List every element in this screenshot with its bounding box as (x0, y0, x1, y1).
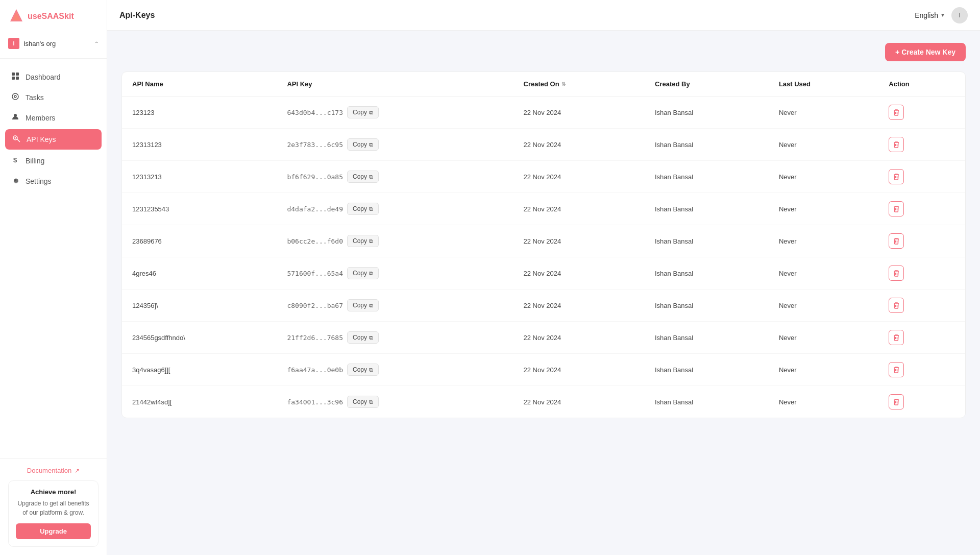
copy-button[interactable]: Copy ⧉ (347, 396, 379, 408)
upgrade-button[interactable]: Upgrade (16, 523, 91, 539)
dashboard-icon (10, 72, 20, 82)
copy-button[interactable]: Copy ⧉ (347, 267, 379, 279)
api-keys-table-container: API Name API Key Created On ⇅ Created By… (121, 71, 966, 418)
cell-created-on: 22 Nov 2024 (513, 161, 645, 193)
svg-rect-2 (12, 73, 15, 76)
delete-button[interactable] (889, 266, 904, 281)
user-avatar[interactable]: I (951, 7, 968, 23)
sidebar-item-api-keys[interactable]: API Keys (5, 129, 102, 150)
copy-label: Copy (353, 141, 367, 148)
table-row: 1231235543 d4dafa2...de49 Copy ⧉ 22 Nov … (122, 193, 965, 225)
settings-label: Settings (26, 177, 52, 185)
svg-point-10 (15, 137, 16, 139)
page-title: Api-Keys (119, 11, 155, 20)
delete-button[interactable] (889, 394, 904, 409)
trash-icon (893, 302, 900, 309)
cell-action (878, 354, 965, 386)
table-row: 21442wf4sd][ fa34001...3c96 Copy ⧉ 22 No… (122, 386, 965, 418)
copy-icon: ⧉ (369, 302, 373, 309)
cell-api-key: 21ff2d6...7685 Copy ⧉ (277, 322, 513, 354)
cell-action (878, 386, 965, 418)
cell-last-used: Never (769, 129, 878, 161)
col-header-api-name: API Name (122, 72, 277, 96)
api-keys-icon (11, 134, 21, 144)
copy-button[interactable]: Copy ⧉ (347, 235, 379, 247)
col-header-action: Action (878, 72, 965, 96)
cell-api-name: 234565gsdffhndo\ (122, 322, 277, 354)
sidebar-bottom: Documentation ↗ Achieve more! Upgrade to… (0, 458, 107, 555)
sidebar-item-tasks[interactable]: Tasks (0, 87, 107, 108)
copy-button[interactable]: Copy ⧉ (347, 364, 379, 376)
sidebar-item-billing[interactable]: $ Billing (0, 151, 107, 171)
external-link-icon: ↗ (75, 467, 80, 474)
cell-created-on: 22 Nov 2024 (513, 257, 645, 289)
delete-button[interactable] (889, 137, 904, 152)
app-layout: useSAASkit I Ishan's org ⌃ Dashboard (0, 0, 980, 555)
api-keys-label: API Keys (27, 135, 56, 143)
cell-created-by: Ishan Bansal (645, 193, 769, 225)
copy-button[interactable]: Copy ⧉ (347, 203, 379, 215)
sidebar-item-dashboard[interactable]: Dashboard (0, 67, 107, 87)
language-selector[interactable]: English ▼ (915, 11, 945, 19)
sidebar-item-settings[interactable]: Settings (0, 171, 107, 191)
delete-button[interactable] (889, 330, 904, 345)
cell-last-used: Never (769, 289, 878, 322)
upgrade-title: Achieve more! (16, 488, 91, 496)
cell-api-name: 12313213 (122, 161, 277, 193)
copy-icon: ⧉ (369, 334, 373, 341)
api-key-value: c8090f2...ba67 (287, 302, 343, 309)
table-row: 3q4vasag6]][ f6aa47a...0e0b Copy ⧉ 22 No… (122, 354, 965, 386)
delete-button[interactable] (889, 233, 904, 249)
cell-api-name: 1231235543 (122, 193, 277, 225)
create-new-key-button[interactable]: + Create New Key (885, 43, 966, 61)
cell-action (878, 161, 965, 193)
delete-button[interactable] (889, 105, 904, 120)
cell-action (878, 129, 965, 161)
api-key-value: 2e3f783...6c95 (287, 141, 343, 149)
cell-action (878, 322, 965, 354)
copy-label: Copy (353, 270, 367, 277)
delete-button[interactable] (889, 298, 904, 313)
col-header-created-on: Created On ⇅ (513, 72, 645, 96)
copy-icon: ⧉ (369, 109, 373, 116)
cell-action (878, 96, 965, 129)
org-selector[interactable]: I Ishan's org ⌃ (0, 29, 107, 59)
copy-button[interactable]: Copy ⧉ (347, 106, 379, 118)
cell-created-on: 22 Nov 2024 (513, 225, 645, 257)
copy-label: Copy (353, 173, 367, 180)
delete-button[interactable] (889, 362, 904, 377)
copy-label: Copy (353, 302, 367, 309)
api-keys-table: API Name API Key Created On ⇅ Created By… (122, 72, 965, 418)
topbar: Api-Keys English ▼ I (107, 0, 980, 31)
cell-action (878, 257, 965, 289)
tasks-icon (10, 92, 20, 103)
cell-created-by: Ishan Bansal (645, 225, 769, 257)
billing-icon: $ (10, 156, 20, 166)
cell-action (878, 225, 965, 257)
col-header-api-key: API Key (277, 72, 513, 96)
table-row: 23689676 b06cc2e...f6d0 Copy ⧉ 22 Nov 20… (122, 225, 965, 257)
copy-button[interactable]: Copy ⧉ (347, 171, 379, 183)
cell-last-used: Never (769, 161, 878, 193)
copy-icon: ⧉ (369, 206, 373, 212)
members-label: Members (26, 114, 55, 122)
documentation-link[interactable]: Documentation ↗ (8, 467, 99, 474)
copy-button[interactable]: Copy ⧉ (347, 138, 379, 151)
trash-icon (893, 173, 900, 180)
cell-last-used: Never (769, 257, 878, 289)
trash-icon (893, 366, 900, 373)
delete-button[interactable] (889, 201, 904, 216)
cell-api-key: 2e3f783...6c95 Copy ⧉ (277, 129, 513, 161)
sidebar-item-members[interactable]: Members (0, 108, 107, 128)
sort-icon: ⇅ (561, 81, 566, 87)
cell-action (878, 193, 965, 225)
api-key-value: b06cc2e...f6d0 (287, 237, 343, 245)
logo-text: useSAASkit (28, 12, 74, 21)
copy-button[interactable]: Copy ⧉ (347, 299, 379, 311)
svg-rect-3 (16, 73, 19, 76)
trash-icon (893, 334, 900, 341)
copy-button[interactable]: Copy ⧉ (347, 331, 379, 344)
cell-api-key: 571600f...65a4 Copy ⧉ (277, 257, 513, 289)
copy-icon: ⧉ (369, 238, 373, 245)
delete-button[interactable] (889, 169, 904, 184)
